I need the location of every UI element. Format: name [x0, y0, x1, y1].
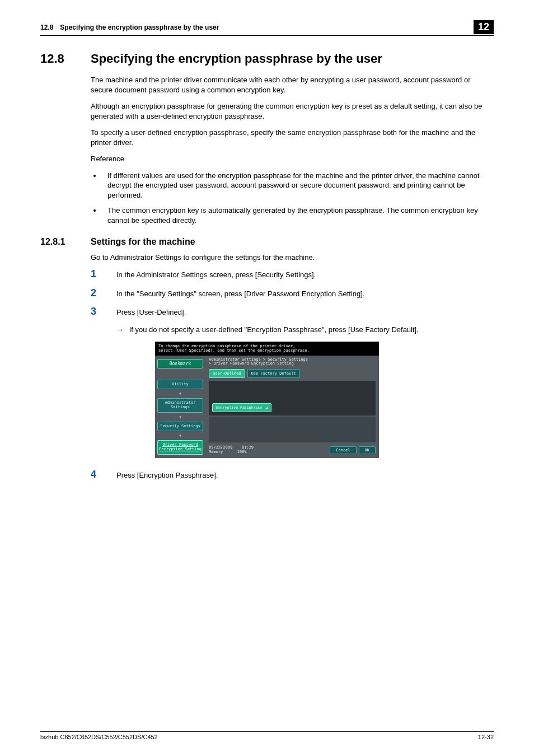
ok-button[interactable]: OK — [359, 446, 376, 454]
machine-panel-screenshot: To change the encryption passphrase of t… — [155, 342, 379, 458]
step-text: In the "Security Settings" screen, press… — [116, 288, 494, 299]
factory-default-tab[interactable]: Use Factory Default — [247, 369, 300, 378]
subsection-title: Settings for the machine — [91, 237, 195, 247]
reference-list: If different values are used for the enc… — [91, 171, 494, 226]
page-footer: bizhub C652/C652DS/C552/C552DS/C452 12-3… — [40, 731, 494, 740]
chevron-down-icon: ▾ — [157, 391, 203, 396]
substep: → If you do not specify a user-defined "… — [116, 325, 494, 334]
panel-memory-value: 100% — [237, 450, 247, 454]
step-number: 3 — [91, 306, 116, 316]
step-number: 4 — [91, 469, 116, 479]
panel-help-text: To change the encryption passphrase of t… — [155, 342, 379, 356]
step-text: In the Administrator Settings screen, pr… — [116, 269, 494, 280]
subsection-heading: 12.8.1 Settings for the machine — [40, 237, 494, 247]
section-title: Specifying the encryption passphrase by … — [91, 52, 382, 66]
reference-item: If different values are used for the enc… — [102, 171, 494, 200]
chevron-down-icon: ▾ — [157, 433, 203, 438]
nav-utility-button[interactable]: Utility — [157, 380, 203, 390]
section-number: 12.8 — [40, 52, 91, 66]
panel-content-area: Encryption Passphrase◢ — [209, 381, 376, 416]
nav-security-settings-button[interactable]: Security Settings — [157, 422, 203, 432]
intro-paragraph-2: Although an encryption passphrase for ge… — [91, 101, 494, 121]
footer-model: bizhub C652/C652DS/C552/C552DS/C452 — [40, 734, 158, 740]
bookmark-button[interactable]: Bookmark — [157, 359, 203, 368]
panel-memory-label: Memory — [209, 450, 223, 454]
user-defined-tab[interactable]: User-Defined — [209, 369, 245, 378]
section-heading: 12.8 Specifying the encryption passphras… — [40, 52, 494, 66]
step-row: 1 In the Administrator Settings screen, … — [40, 269, 494, 280]
panel-empty-area — [209, 417, 376, 442]
step-row: 2 In the "Security Settings" screen, pre… — [40, 288, 494, 299]
header-section-number: 12.8 — [40, 24, 53, 31]
step-number: 1 — [91, 269, 116, 279]
reference-item: The common encryption key is automatical… — [102, 206, 494, 225]
subsection-number: 12.8.1 — [40, 237, 91, 247]
nav-driver-password-button[interactable]: Driver Password Encryption Setting — [157, 440, 203, 454]
header-section-title: Specifying the encryption passphrase by … — [60, 24, 474, 31]
step-number: 2 — [91, 288, 116, 298]
substep-text: If you do not specify a user-defined "En… — [129, 325, 419, 334]
triangle-right-icon: ◢ — [265, 405, 268, 410]
cancel-button[interactable]: Cancel — [330, 446, 356, 454]
step-text: Press [User-Defined]. — [116, 306, 494, 318]
chapter-number-badge: 12 — [474, 20, 494, 34]
step-row: 3 Press [User-Defined]. — [40, 306, 494, 318]
page-header: 12.8 Specifying the encryption passphras… — [40, 20, 494, 36]
intro-paragraph-3: To specify a user-defined encryption pas… — [91, 128, 494, 147]
arrow-icon: → — [116, 325, 124, 334]
breadcrumb: Administrator Settings > Security Settin… — [205, 356, 379, 367]
footer-page-number: 12-32 — [478, 734, 494, 740]
reference-label: Reference — [91, 154, 494, 164]
nav-admin-settings-button[interactable]: Administrator Settings — [157, 398, 203, 412]
chevron-down-icon: ▾ — [157, 414, 203, 420]
step-row: 4 Press [Encryption Passphrase]. — [40, 469, 494, 480]
step-text: Press [Encryption Passphrase]. — [116, 469, 494, 480]
intro-paragraph-1: The machine and the printer driver commu… — [91, 75, 494, 95]
panel-sidebar: Bookmark Utility ▾ Administrator Setting… — [155, 356, 205, 458]
subsection-lead: Go to Administrator Settings to configur… — [91, 253, 494, 263]
encryption-passphrase-button[interactable]: Encryption Passphrase◢ — [212, 403, 271, 412]
panel-footer: 09/23/2009 01:29 Memory 100% Cancel OK — [205, 444, 379, 458]
